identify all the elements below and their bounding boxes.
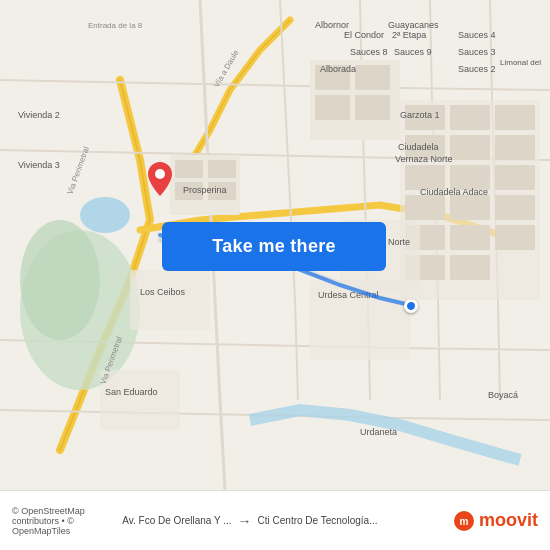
- svg-text:Los Ceibos: Los Ceibos: [140, 287, 186, 297]
- moovit-logo: m moovit: [453, 510, 538, 532]
- svg-rect-19: [450, 135, 490, 160]
- svg-text:Prosperina: Prosperina: [183, 185, 227, 195]
- svg-text:Sauces 8: Sauces 8: [350, 47, 388, 57]
- svg-rect-20: [495, 135, 535, 160]
- svg-point-3: [80, 197, 130, 233]
- destination-pin: [148, 162, 172, 200]
- svg-rect-28: [450, 225, 490, 250]
- svg-text:Vivienda 2: Vivienda 2: [18, 110, 60, 120]
- to-label: Cti Centro De Tecnología...: [258, 515, 378, 526]
- map-container: Guayacanes 2ª Etapa Sauces 4 Sauces 3 Sa…: [0, 0, 550, 490]
- route-info: Av. Fco De Orellana Y ... → Cti Centro D…: [122, 513, 453, 529]
- svg-text:Alborada: Alborada: [320, 64, 356, 74]
- from-label: Av. Fco De Orellana Y ...: [122, 515, 231, 526]
- svg-text:Ciudadela Adace: Ciudadela Adace: [420, 187, 488, 197]
- svg-text:El Condor: El Condor: [344, 30, 384, 40]
- svg-text:Albornor: Albornor: [315, 20, 349, 30]
- svg-rect-35: [100, 370, 180, 430]
- svg-text:Guayacanes: Guayacanes: [388, 20, 439, 30]
- svg-text:Boyacá: Boyacá: [488, 390, 518, 400]
- button-label: Take me there: [212, 236, 336, 257]
- svg-text:Urdaneta: Urdaneta: [360, 427, 397, 437]
- svg-rect-16: [450, 105, 490, 130]
- svg-text:Ciudadela: Ciudadela: [398, 142, 439, 152]
- svg-rect-31: [450, 255, 490, 280]
- moovit-logo-text: moovit: [479, 510, 538, 531]
- svg-text:Sauces 3: Sauces 3: [458, 47, 496, 57]
- svg-rect-23: [495, 165, 535, 190]
- svg-rect-13: [355, 95, 390, 120]
- osm-attribution: © OpenStreetMap contributors • © OpenMap…: [12, 506, 122, 536]
- svg-text:Entrada de la 8: Entrada de la 8: [88, 21, 143, 30]
- svg-point-2: [20, 220, 100, 340]
- svg-rect-5: [175, 160, 203, 178]
- svg-text:Sauces 4: Sauces 4: [458, 30, 496, 40]
- svg-text:Sauces 2: Sauces 2: [458, 64, 496, 74]
- svg-rect-12: [315, 95, 350, 120]
- bottom-bar: © OpenStreetMap contributors • © OpenMap…: [0, 490, 550, 550]
- svg-rect-26: [495, 195, 535, 220]
- svg-text:San Eduardo: San Eduardo: [105, 387, 158, 397]
- svg-text:2ª Etapa: 2ª Etapa: [392, 30, 426, 40]
- svg-text:Sauces 9: Sauces 9: [394, 47, 432, 57]
- svg-rect-25: [450, 195, 490, 220]
- take-me-there-button[interactable]: Take me there: [162, 222, 386, 271]
- svg-text:Garzota 1: Garzota 1: [400, 110, 440, 120]
- svg-text:Limonal del: Limonal del: [500, 58, 541, 67]
- svg-text:Vivienda 3: Vivienda 3: [18, 160, 60, 170]
- svg-rect-29: [495, 225, 535, 250]
- svg-rect-17: [495, 105, 535, 130]
- svg-rect-33: [130, 270, 210, 330]
- svg-text:Vernaza Norte: Vernaza Norte: [395, 154, 453, 164]
- origin-dot: [404, 299, 418, 313]
- svg-point-65: [155, 169, 165, 179]
- svg-rect-6: [208, 160, 236, 178]
- svg-rect-11: [355, 65, 390, 90]
- arrow-icon: →: [238, 513, 252, 529]
- moovit-logo-icon: m: [453, 510, 475, 532]
- svg-rect-24: [405, 195, 445, 220]
- svg-text:m: m: [460, 516, 469, 527]
